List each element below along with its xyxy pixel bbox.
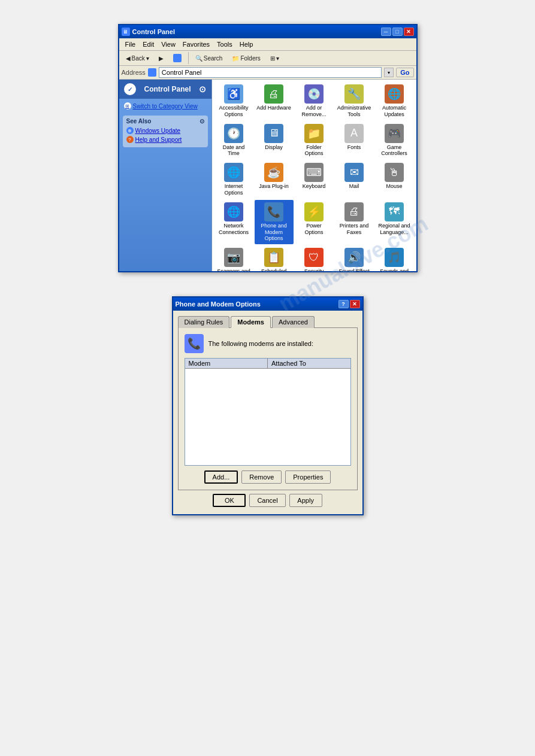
icon-label: Administrative Tools <box>337 105 371 118</box>
cp-icon-regional-and-language---[interactable]: 🗺Regional and Language... <box>375 200 414 244</box>
icon-label: Automatic Updates <box>377 105 412 118</box>
tab-modems[interactable]: Modems <box>231 316 271 328</box>
menu-help[interactable]: Help <box>236 40 257 49</box>
cp-icon-game-controllers[interactable]: 🎮Game Controllers <box>375 122 414 160</box>
cp-icon-scanners-and-cameras[interactable]: 📷Scanners and Cameras <box>214 245 253 271</box>
menu-tools[interactable]: Tools <box>213 40 236 49</box>
cp-icon-security-center[interactable]: 🛡Security Center <box>295 245 334 271</box>
sidebar-link-help[interactable]: ? Help and Support <box>126 136 204 143</box>
icon-image: 🌐 <box>224 202 243 221</box>
cp-icon-mouse[interactable]: 🖱Mouse <box>375 160 414 199</box>
icon-label: Folder Options <box>297 144 331 157</box>
icon-label: Date and Time <box>216 144 251 157</box>
modem-col-modem: Modem <box>185 359 268 368</box>
icon-image: ♿ <box>224 84 243 104</box>
icon-label: Phone and Modem Options <box>256 223 291 242</box>
switch-view[interactable]: ⊞ Switch to Category View <box>124 102 207 110</box>
add-button[interactable]: Add... <box>204 470 238 484</box>
close-button[interactable]: ✕ <box>404 28 414 36</box>
remove-button[interactable]: Remove <box>241 470 282 484</box>
address-dropdown[interactable]: ▾ <box>384 68 394 77</box>
menu-favorites[interactable]: Favorites <box>179 40 213 49</box>
cp-icon-automatic-updates[interactable]: 🌐Automatic Updates <box>375 82 414 120</box>
cp-icon-date-and-time[interactable]: 🕐Date and Time <box>214 122 253 160</box>
title-bar: 🖥 Control Panel ─ □ ✕ <box>119 25 416 38</box>
cp-icon-mail[interactable]: ✉Mail <box>335 160 374 199</box>
forward-button[interactable]: ▶ <box>155 53 168 63</box>
cp-icon-administrative-tools[interactable]: 🔧Administrative Tools <box>335 82 374 120</box>
dialog-bottom-buttons: OK Cancel Apply <box>178 490 358 509</box>
up-icon <box>173 54 182 62</box>
icon-image: 🕐 <box>224 124 243 143</box>
icon-image: 🔊 <box>344 248 364 267</box>
cp-icon-folder-options[interactable]: 📁Folder Options <box>295 122 334 160</box>
tab-content-modems: 📞 The following modems are installed: Mo… <box>178 327 358 490</box>
cp-icon-display[interactable]: 🖥Display <box>255 122 294 160</box>
minimize-button[interactable]: ─ <box>381 28 391 36</box>
icon-label: Mail <box>349 183 359 190</box>
views-button[interactable]: ⊞ ▾ <box>266 53 283 63</box>
back-button[interactable]: ◀ Back ▾ <box>122 53 153 63</box>
cp-icon-internet-options[interactable]: 🌐Internet Options <box>214 160 253 199</box>
cp-icon-phone-and-modem-options[interactable]: 📞Phone and Modem Options <box>255 200 294 244</box>
cp-icon-fonts[interactable]: AFonts <box>335 122 374 160</box>
cancel-button[interactable]: Cancel <box>249 494 285 507</box>
modem-icon: 📞 <box>185 334 204 353</box>
sidebar-link-windows-update[interactable]: ⊕ Windows Update <box>126 127 204 134</box>
modem-col-attached: Attached To <box>268 359 350 368</box>
cp-icon-scheduled-tasks[interactable]: 📋Scheduled Tasks <box>255 245 294 271</box>
tab-advanced[interactable]: Advanced <box>272 316 315 328</box>
menu-file[interactable]: File <box>122 40 140 49</box>
cp-icon-keyboard[interactable]: ⌨Keyboard <box>295 160 334 199</box>
sidebar-header: ✓ Control Panel ⊙ <box>119 80 211 99</box>
icon-label: Game Controllers <box>377 144 412 157</box>
icon-image: 🖥 <box>264 124 283 143</box>
properties-button[interactable]: Properties <box>285 470 331 484</box>
section-collapse-icon: ⊙ <box>200 118 204 125</box>
icon-image: A <box>344 124 364 143</box>
icon-image: 📷 <box>224 248 243 267</box>
dialog-close-button[interactable]: ✕ <box>350 300 360 308</box>
apply-button[interactable]: Apply <box>289 494 322 507</box>
go-button[interactable]: Go <box>396 68 413 77</box>
back-icon: ◀ <box>126 55 131 62</box>
chevron-down-icon: ▾ <box>146 55 149 62</box>
up-button[interactable] <box>169 52 186 64</box>
search-button[interactable]: 🔍 Search <box>191 53 227 63</box>
see-also-section: See Also ⊙ ⊕ Windows Update ? Help and S… <box>123 116 208 147</box>
phone-modem-dialog: Phone and Modem Options ? ✕ Dialing Rule… <box>172 296 364 515</box>
icon-label: Scanners and Cameras <box>216 268 251 271</box>
ok-button[interactable]: OK <box>213 494 246 507</box>
modem-list-body[interactable] <box>185 369 350 459</box>
toolbar: ◀ Back ▾ ▶ 🔍 Search 📁 Folders ⊞ ▾ <box>119 51 416 66</box>
cp-icon-power-options[interactable]: ⚡Power Options <box>295 200 334 244</box>
icon-label: Add Hardware <box>256 105 291 111</box>
dialog-help-button[interactable]: ? <box>338 300 349 308</box>
icon-label: Java Plug-in <box>259 183 289 190</box>
icon-image: 🌐 <box>224 163 243 182</box>
cp-icon-network-connections[interactable]: 🌐Network Connections <box>214 200 253 244</box>
icon-image: 🌐 <box>385 84 404 104</box>
menu-view[interactable]: View <box>158 40 179 49</box>
address-input[interactable] <box>159 67 382 78</box>
address-icon <box>148 68 156 77</box>
cp-icon-java-plug-in[interactable]: ☕Java Plug-in <box>255 160 294 199</box>
icon-label: Network Connections <box>216 223 251 236</box>
cp-icon-printers-and-faxes[interactable]: 🖨Printers and Faxes <box>335 200 374 244</box>
tab-dialing-rules[interactable]: Dialing Rules <box>178 316 230 328</box>
cp-icon-accessibility-options[interactable]: ♿Accessibility Options <box>214 82 253 120</box>
folders-button[interactable]: 📁 Folders <box>228 53 264 63</box>
icon-label: Scheduled Tasks <box>256 268 291 271</box>
menu-bar: File Edit View Favorites Tools Help <box>119 38 416 51</box>
modem-description: The following modems are installed: <box>208 340 313 347</box>
maximize-button[interactable]: □ <box>392 28 403 36</box>
cp-icon-sounds-and-audio-devices[interactable]: 🎵Sounds and Audio Devices <box>375 245 414 271</box>
address-label: Address <box>122 69 146 76</box>
icon-image: 📞 <box>264 202 283 221</box>
menu-edit[interactable]: Edit <box>139 40 158 49</box>
sidebar-header-icon: ✓ <box>124 83 136 95</box>
cp-icon-add-hardware[interactable]: 🖨Add Hardware <box>255 82 294 120</box>
icon-label: Internet Options <box>216 183 251 196</box>
cp-icon-add-or-remove---[interactable]: 💿Add or Remove... <box>295 82 334 120</box>
cp-icon-sound-effect-manager[interactable]: 🔊Sound Effect Manager <box>335 245 374 271</box>
